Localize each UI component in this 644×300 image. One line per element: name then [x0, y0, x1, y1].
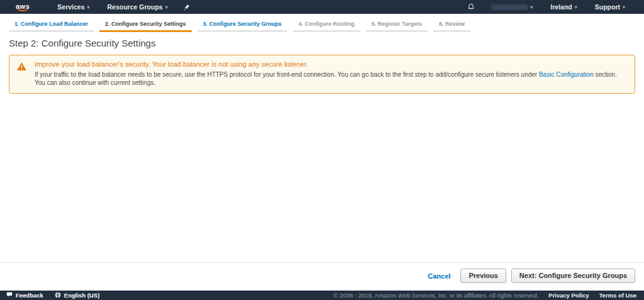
wizard-step-tabs: 1. Configure Load Balancer 2. Configure … [0, 14, 644, 32]
chevron-down-icon: ▾ [623, 4, 625, 10]
cancel-button[interactable]: Cancel [428, 272, 450, 280]
next-configure-security-groups-button[interactable]: Next: Configure Security Groups [511, 269, 635, 283]
account-name-redacted [491, 4, 528, 10]
page-title: Step 2: Configure Security Settings [0, 32, 644, 53]
footer-bar: Feedback English (US) © 2008 - 2018, Ama… [0, 291, 644, 300]
footer-right-group: © 2008 - 2018, Amazon Web Services, Inc.… [333, 292, 636, 299]
previous-button[interactable]: Previous [460, 269, 506, 283]
support-label: Support [595, 3, 620, 11]
notifications-bell-icon[interactable] [460, 3, 482, 11]
action-bar: Cancel Previous Next: Configure Security… [0, 263, 644, 291]
nav-services-menu[interactable]: Services ▾ [48, 0, 98, 14]
globe-icon [55, 292, 61, 299]
language-label: English (US) [64, 292, 99, 299]
pushpin-icon[interactable] [177, 4, 196, 11]
top-navigation-bar: aws Services ▾ Resource Groups ▾ ▾ Irela… [0, 0, 644, 14]
feedback-label: Feedback [16, 292, 43, 299]
nav-resource-groups-menu[interactable]: Resource Groups ▾ [99, 0, 177, 14]
step-tab-configure-security-groups[interactable]: 3. Configure Security Groups [197, 18, 287, 32]
step-tab-review: 6. Review [433, 18, 470, 32]
speech-bubble-icon [6, 292, 13, 299]
warning-text-block: Improve your load balancer's security. Y… [35, 60, 627, 87]
warning-triangle-icon [17, 62, 26, 73]
nav-services-label: Services [57, 3, 84, 11]
warning-title: Improve your load balancer's security. Y… [35, 60, 627, 68]
chevron-down-icon: ▾ [575, 4, 577, 10]
warning-body: If your traffic to the load balancer nee… [35, 70, 627, 87]
nav-left-group: aws Services ▾ Resource Groups ▾ [0, 0, 196, 14]
nav-right-group: ▾ Ireland ▾ Support ▾ [460, 0, 634, 14]
step-tab-register-targets: 5. Register Targets [366, 18, 428, 32]
nav-resource-groups-label: Resource Groups [108, 3, 163, 11]
warning-body-before: If your traffic to the load balancer nee… [35, 71, 539, 78]
support-menu[interactable]: Support ▾ [586, 0, 634, 14]
chevron-down-icon: ▾ [165, 4, 168, 10]
step-tab-configure-routing: 4. Configure Routing [293, 18, 360, 32]
chevron-down-icon: ▾ [87, 4, 90, 10]
language-selector[interactable]: English (US) [55, 292, 99, 299]
empty-content-area [0, 94, 644, 262]
feedback-button[interactable]: Feedback [6, 292, 43, 299]
region-label: Ireland [550, 3, 572, 11]
region-menu[interactable]: Ireland ▾ [541, 0, 586, 14]
chevron-down-icon: ▾ [530, 4, 533, 10]
basic-configuration-link[interactable]: Basic Configuration [539, 71, 594, 78]
footer-left-group: Feedback English (US) [6, 292, 99, 299]
account-menu[interactable]: ▾ [482, 0, 541, 14]
step-tab-configure-load-balancer[interactable]: 1. Configure Load Balancer [9, 18, 94, 32]
step-tab-configure-security-settings: 2. Configure Security Settings [99, 18, 192, 32]
security-warning-banner: Improve your load balancer's security. Y… [9, 55, 635, 94]
terms-of-use-link[interactable]: Terms of Use [599, 292, 636, 299]
aws-logo[interactable]: aws [16, 3, 30, 11]
privacy-policy-link[interactable]: Privacy Policy [548, 292, 589, 299]
copyright-text: © 2008 - 2018, Amazon Web Services, Inc.… [333, 292, 538, 299]
aws-logo-smile-icon [16, 8, 29, 11]
